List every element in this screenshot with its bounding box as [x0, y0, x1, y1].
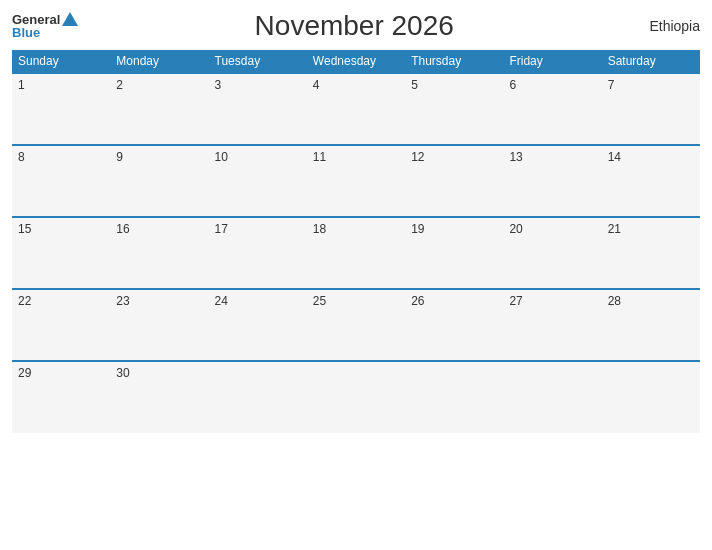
- calendar-cell: 24: [209, 289, 307, 361]
- calendar-cell: 22: [12, 289, 110, 361]
- day-number: 4: [313, 78, 399, 92]
- calendar-cell: 2: [110, 73, 208, 145]
- calendar-header: SundayMondayTuesdayWednesdayThursdayFrid…: [12, 50, 700, 73]
- logo-triangle-icon: [62, 12, 78, 26]
- calendar-table: SundayMondayTuesdayWednesdayThursdayFrid…: [12, 50, 700, 433]
- calendar-cell: 25: [307, 289, 405, 361]
- calendar-cell: [209, 361, 307, 433]
- calendar-cell: 17: [209, 217, 307, 289]
- day-number: 1: [18, 78, 104, 92]
- calendar-cell: 18: [307, 217, 405, 289]
- weekday-header-tuesday: Tuesday: [209, 50, 307, 73]
- calendar-cell: [307, 361, 405, 433]
- week-row-0: 1234567: [12, 73, 700, 145]
- calendar-cell: 13: [503, 145, 601, 217]
- weekday-header-sunday: Sunday: [12, 50, 110, 73]
- weekday-header-wednesday: Wednesday: [307, 50, 405, 73]
- calendar-container: General Blue November 2026 Ethiopia Sund…: [0, 0, 712, 550]
- calendar-cell: 6: [503, 73, 601, 145]
- day-number: 29: [18, 366, 104, 380]
- logo: General Blue: [12, 13, 78, 39]
- day-number: 13: [509, 150, 595, 164]
- week-row-2: 15161718192021: [12, 217, 700, 289]
- day-number: 30: [116, 366, 202, 380]
- day-number: 20: [509, 222, 595, 236]
- month-title: November 2026: [78, 10, 630, 42]
- calendar-cell: 23: [110, 289, 208, 361]
- calendar-cell: 30: [110, 361, 208, 433]
- calendar-cell: 16: [110, 217, 208, 289]
- week-row-4: 2930: [12, 361, 700, 433]
- day-number: 10: [215, 150, 301, 164]
- day-number: 14: [608, 150, 694, 164]
- calendar-cell: 28: [602, 289, 700, 361]
- calendar-cell: 1: [12, 73, 110, 145]
- logo-blue-text: Blue: [12, 26, 40, 39]
- calendar-cell: [405, 361, 503, 433]
- day-number: 27: [509, 294, 595, 308]
- day-number: 11: [313, 150, 399, 164]
- day-number: 25: [313, 294, 399, 308]
- calendar-cell: 8: [12, 145, 110, 217]
- day-number: 26: [411, 294, 497, 308]
- calendar-cell: 7: [602, 73, 700, 145]
- day-number: 23: [116, 294, 202, 308]
- day-number: 17: [215, 222, 301, 236]
- calendar-cell: 5: [405, 73, 503, 145]
- calendar-cell: 15: [12, 217, 110, 289]
- calendar-cell: 20: [503, 217, 601, 289]
- calendar-cell: 10: [209, 145, 307, 217]
- week-row-3: 22232425262728: [12, 289, 700, 361]
- day-number: 16: [116, 222, 202, 236]
- day-number: 8: [18, 150, 104, 164]
- weekday-header-monday: Monday: [110, 50, 208, 73]
- calendar-cell: [503, 361, 601, 433]
- weekday-header-thursday: Thursday: [405, 50, 503, 73]
- calendar-cell: 11: [307, 145, 405, 217]
- day-number: 9: [116, 150, 202, 164]
- day-number: 19: [411, 222, 497, 236]
- calendar-cell: [602, 361, 700, 433]
- day-number: 7: [608, 78, 694, 92]
- calendar-cell: 4: [307, 73, 405, 145]
- day-number: 6: [509, 78, 595, 92]
- calendar-body: 1234567891011121314151617181920212223242…: [12, 73, 700, 433]
- day-number: 18: [313, 222, 399, 236]
- calendar-cell: 26: [405, 289, 503, 361]
- calendar-cell: 21: [602, 217, 700, 289]
- day-number: 22: [18, 294, 104, 308]
- calendar-cell: 27: [503, 289, 601, 361]
- header: General Blue November 2026 Ethiopia: [12, 10, 700, 42]
- calendar-cell: 19: [405, 217, 503, 289]
- day-number: 5: [411, 78, 497, 92]
- calendar-cell: 12: [405, 145, 503, 217]
- weekday-row: SundayMondayTuesdayWednesdayThursdayFrid…: [12, 50, 700, 73]
- day-number: 2: [116, 78, 202, 92]
- day-number: 3: [215, 78, 301, 92]
- day-number: 21: [608, 222, 694, 236]
- country-label: Ethiopia: [630, 18, 700, 34]
- calendar-cell: 29: [12, 361, 110, 433]
- weekday-header-saturday: Saturday: [602, 50, 700, 73]
- day-number: 15: [18, 222, 104, 236]
- calendar-cell: 3: [209, 73, 307, 145]
- day-number: 12: [411, 150, 497, 164]
- day-number: 28: [608, 294, 694, 308]
- calendar-cell: 14: [602, 145, 700, 217]
- day-number: 24: [215, 294, 301, 308]
- week-row-1: 891011121314: [12, 145, 700, 217]
- weekday-header-friday: Friday: [503, 50, 601, 73]
- calendar-cell: 9: [110, 145, 208, 217]
